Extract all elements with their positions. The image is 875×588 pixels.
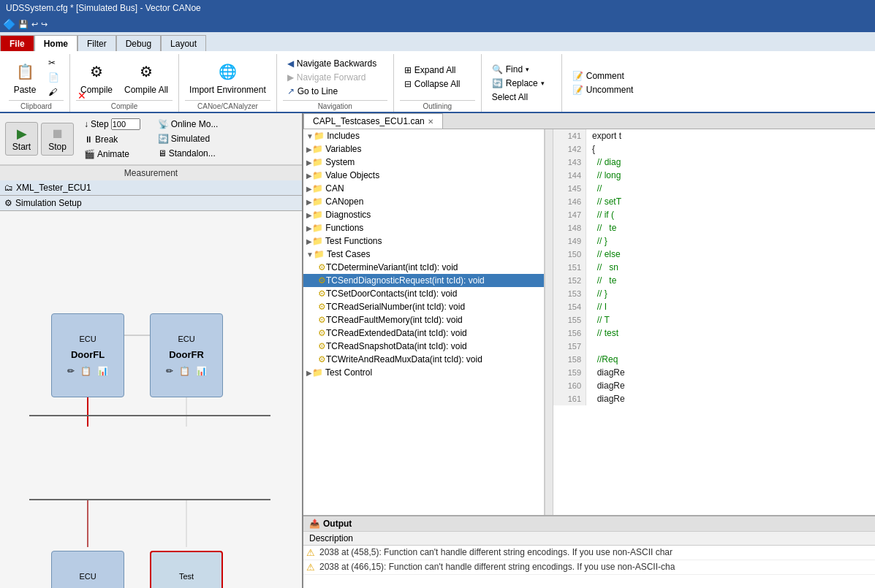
- start-button[interactable]: ▶ Start: [5, 122, 38, 156]
- tab-home[interactable]: Home: [34, 35, 77, 51]
- output-row-icon-1: ⚠: [306, 562, 315, 573]
- navigate-backwards-button[interactable]: ◀ Navigate Backwards: [283, 58, 387, 69]
- navigate-backwards-label: Navigate Backwards: [297, 58, 376, 69]
- select-all-button[interactable]: Select All: [488, 91, 556, 103]
- file-tab-close[interactable]: ✕: [428, 118, 433, 126]
- line-num-13: 154: [553, 300, 586, 313]
- ecu-door-fl-icons: ✏📋📊: [67, 366, 108, 376]
- output-row-text-0: 2038 at (458,5): Function can't handle d…: [319, 547, 872, 557]
- line-content-10: // sn: [586, 261, 624, 274]
- expand-all-button[interactable]: ⊞ Expand All: [400, 64, 475, 76]
- import-env-button[interactable]: 🌐 Import Environment: [185, 58, 270, 96]
- output-col-header: Description: [303, 532, 875, 546]
- measurement-label: Measurement: [124, 168, 178, 178]
- tree-item-16[interactable]: ⚙ TCReadSnapshotData(int tcId): void: [303, 340, 544, 353]
- stop-label: Stop: [48, 142, 67, 152]
- measurement-section: Measurement: [0, 165, 302, 180]
- comment-button[interactable]: 📝 Comment: [568, 70, 638, 82]
- tree-item-17[interactable]: ⚙ TCWriteAndReadMuxData(int tcId): void: [303, 353, 544, 366]
- standalone-label: Standalon...: [169, 148, 216, 159]
- line-content-1: {: [586, 142, 601, 156]
- tree-item-13[interactable]: ⚙ TCReadSerialNumber(int tcId): void: [303, 300, 544, 313]
- tree-item-5[interactable]: ▶ 📁 CANopen: [303, 195, 544, 208]
- online-mode-button[interactable]: 📡 Online Mo...: [154, 118, 223, 131]
- quick-undo[interactable]: ↩: [31, 20, 38, 29]
- go-to-line-button[interactable]: ↗ Go to Line: [283, 85, 387, 97]
- quick-redo[interactable]: ↪: [41, 20, 48, 29]
- tree-scrollbar[interactable]: [545, 129, 553, 515]
- tree-item-6[interactable]: ▶ 📁 Diagnostics: [303, 208, 544, 221]
- tree-item-0[interactable]: ▼ 📁 Includes: [303, 129, 544, 142]
- compile-all-button[interactable]: ⚙ Compile All: [120, 58, 173, 96]
- animate-label: Animate: [97, 149, 129, 159]
- line-num-1: 142: [553, 142, 586, 156]
- stop-button[interactable]: ⏹ Stop: [41, 123, 74, 156]
- collapse-all-button[interactable]: ⊟ Collapse All: [400, 78, 475, 90]
- tree-item-11[interactable]: ⚙ TCSendDiagnosticRequest(int tcId): voi…: [303, 274, 544, 287]
- uncomment-button[interactable]: 📝 Uncomment: [568, 84, 638, 96]
- output-icon: 📤: [309, 519, 320, 529]
- tree-item-4[interactable]: ▶ 📁 CAN: [303, 182, 544, 195]
- tree-item-18[interactable]: ▶ 📁 Test Control: [303, 366, 544, 379]
- output-col-label: Description: [309, 533, 353, 543]
- code-line-8: 149 // }: [553, 234, 875, 248]
- tree-item-14[interactable]: ⚙ TCReadFaultMemory(int tcId): void: [303, 313, 544, 327]
- ecu-tester-pane[interactable]: ECU TesterPane ✏📋📊: [51, 551, 124, 588]
- line-num-12: 153: [553, 287, 586, 300]
- line-num-18: 159: [553, 366, 586, 379]
- code-line-4: 145 //: [553, 182, 875, 195]
- line-num-20: 161: [553, 392, 586, 405]
- cut-button[interactable]: ✂: [44, 56, 64, 69]
- sim-connections: [0, 211, 302, 588]
- step-button[interactable]: ↓ Step: [80, 117, 145, 131]
- paste-button[interactable]: 📋 Paste: [9, 58, 41, 96]
- xml-tree-icon: 🗂: [4, 183, 13, 193]
- tree-item-10[interactable]: ⚙ TCDetermineVariant(int tcId): void: [303, 261, 544, 274]
- tree-item-9[interactable]: ▼ 📁 Test Cases: [303, 248, 544, 261]
- code-line-14: 155 // T: [553, 313, 875, 327]
- line-num-2: 143: [553, 156, 586, 169]
- code-line-16: 157: [553, 340, 875, 353]
- animate-button[interactable]: 🎬 Animate: [80, 148, 145, 161]
- step-label: Step: [91, 119, 109, 129]
- simulated-button[interactable]: 🔄 Simulated: [154, 132, 223, 145]
- line-num-4: 145: [553, 182, 586, 195]
- output-panel: 📤 Output Description ⚠2038 at (458,5): F…: [303, 515, 875, 588]
- ecu-xml-teste[interactable]: Test XML_Teste ✏📋▶: [150, 551, 223, 588]
- tree-item-15[interactable]: ⚙ TCReadExtendedData(int tcId): void: [303, 327, 544, 340]
- ecu-door-fl[interactable]: ECU DoorFL ✏📋📊: [51, 313, 124, 397]
- tab-file[interactable]: File: [0, 35, 34, 51]
- standalone-button[interactable]: 🖥 Standalon...: [154, 147, 223, 160]
- xml-tester-label: XML_Tester_ECU1: [16, 183, 91, 193]
- file-tab-capl[interactable]: CAPL_Testcases_ECU1.can ✕: [303, 113, 443, 129]
- format-button[interactable]: 🖌: [44, 85, 64, 99]
- find-button[interactable]: 🔍 Find ▾: [488, 64, 556, 75]
- ecu-door-fr[interactable]: ECU DoorFR ✏📋📊: [150, 313, 223, 397]
- file-tab-bar: CAPL_Testcases_ECU1.can ✕: [303, 113, 875, 129]
- tree-item-12[interactable]: ⚙ TCSetDoorContacts(int tcId): void: [303, 287, 544, 300]
- tab-debug[interactable]: Debug: [116, 35, 161, 51]
- code-line-10: 151 // sn: [553, 261, 875, 274]
- line-num-16: 157: [553, 340, 586, 353]
- copy-button[interactable]: 📄: [44, 71, 64, 84]
- tree-item-3[interactable]: ▶ 📁 Value Objects: [303, 169, 544, 182]
- navigate-forward-button[interactable]: ▶ Navigate Forward: [283, 72, 387, 83]
- step-input[interactable]: [111, 118, 140, 130]
- title-text: UDSSystem.cfg * [Simulated Bus] - Vector…: [6, 3, 201, 13]
- quick-save[interactable]: 💾: [18, 20, 29, 29]
- tab-layout[interactable]: Layout: [161, 35, 206, 51]
- code-view[interactable]: 141export t142{143 // diag144 // long145…: [553, 129, 875, 515]
- line-num-3: 144: [553, 169, 586, 182]
- tree-item-7[interactable]: ▶ 📁 Functions: [303, 221, 544, 234]
- replace-button[interactable]: 🔄 Replace ▾: [488, 77, 556, 89]
- break-button[interactable]: ⏸ Break: [80, 133, 145, 146]
- line-num-15: 156: [553, 327, 586, 340]
- code-tree-panel: ▼ 📁 Includes▶ 📁 Variables▶ 📁 System▶ 📁 V…: [303, 129, 545, 515]
- line-num-8: 149: [553, 234, 586, 248]
- tree-item-1[interactable]: ▶ 📁 Variables: [303, 142, 544, 156]
- tree-item-8[interactable]: ▶ 📁 Test Functions: [303, 234, 544, 248]
- tab-filter[interactable]: Filter: [77, 35, 116, 51]
- tree-item-2[interactable]: ▶ 📁 System: [303, 156, 544, 169]
- line-content-4: //: [586, 182, 607, 195]
- line-num-14: 155: [553, 313, 586, 327]
